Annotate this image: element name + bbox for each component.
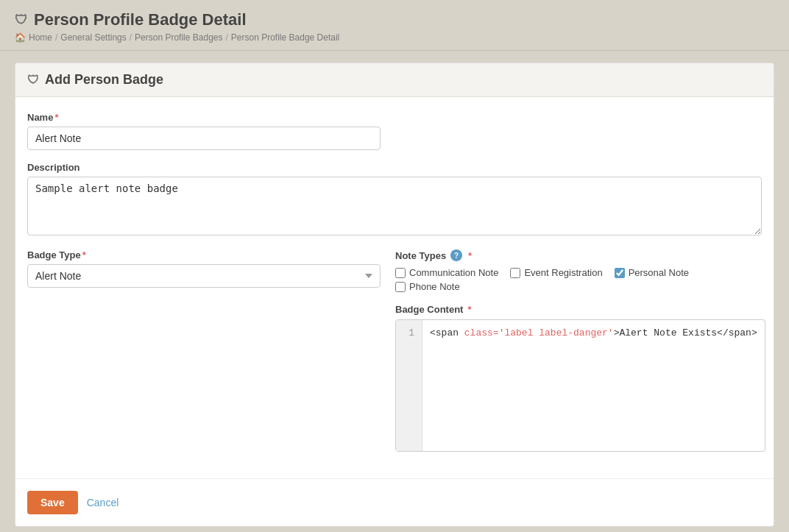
code-content[interactable]: <span class='label label-danger'>Alert N… [422,320,765,451]
save-button[interactable]: Save [27,491,78,514]
description-textarea[interactable]: Sample alert note badge [27,177,762,235]
name-input[interactable] [27,127,381,150]
note-types-label: Note Types ? * [395,249,765,261]
shield-icon: 🛡 [15,13,28,28]
breadcrumb-current: Person Profile Badge Detail [231,32,339,43]
two-col-layout: Badge Type* Alert Note Communication Not… [27,249,762,464]
checkbox-event-registration[interactable]: Event Registration [510,267,602,278]
card-header-title: Add Person Badge [45,72,163,88]
main-content: 🛡 Add Person Badge Name* Description Sam… [0,51,789,532]
card-body: Name* Description Sample alert note badg… [15,97,774,478]
name-label: Name* [27,112,762,123]
checkbox-personal-note[interactable]: Personal Note [615,267,689,278]
right-column: Note Types ? * Communication Note E [395,249,765,464]
breadcrumb-person-profile-badges[interactable]: Person Profile Badges [135,32,222,43]
help-icon[interactable]: ? [450,249,462,261]
breadcrumb: 🏠 Home / General Settings / Person Profi… [15,32,774,43]
cancel-button[interactable]: Cancel [87,497,119,508]
checkbox-event-registration-input[interactable] [510,268,520,278]
page-title: 🛡 Person Profile Badge Detail [15,10,774,29]
name-group: Name* [27,112,762,150]
checkbox-phone-note-input[interactable] [395,282,406,292]
badge-type-select[interactable]: Alert Note Communication Note Event Regi… [27,264,381,288]
badge-content-label: Badge Content * [395,304,765,315]
checkbox-communication-note[interactable]: Communication Note [395,267,498,278]
description-label: Description [27,162,762,173]
line-numbers: 1 [396,320,422,451]
badge-content-group: Badge Content * 1 <span class='label lab… [395,304,765,452]
note-types-row1: Communication Note Event Registration Pe… [395,267,765,278]
badge-content-editor[interactable]: 1 <span class='label label-danger'>Alert… [395,319,765,452]
note-types-group: Note Types ? * Communication Note E [395,249,765,292]
description-group: Description Sample alert note badge [27,162,762,238]
breadcrumb-general-settings[interactable]: General Settings [60,32,126,43]
checkbox-phone-note[interactable]: Phone Note [395,281,460,292]
checkbox-personal-note-input[interactable] [615,268,625,278]
card-shield-icon: 🛡 [27,74,39,87]
badge-type-label: Badge Type* [27,249,381,260]
left-column: Badge Type* Alert Note Communication Not… [27,249,381,299]
note-types-row2: Phone Note [395,281,765,292]
breadcrumb-home[interactable]: Home [29,32,52,43]
form-actions: Save Cancel [15,478,774,526]
card-header: 🛡 Add Person Badge [15,63,774,97]
page-header: 🛡 Person Profile Badge Detail 🏠 Home / G… [0,0,789,51]
checkbox-communication-note-input[interactable] [395,268,406,278]
card: 🛡 Add Person Badge Name* Description Sam… [15,63,774,527]
badge-type-group: Badge Type* Alert Note Communication Not… [27,249,381,288]
home-icon: 🏠 [15,32,26,43]
